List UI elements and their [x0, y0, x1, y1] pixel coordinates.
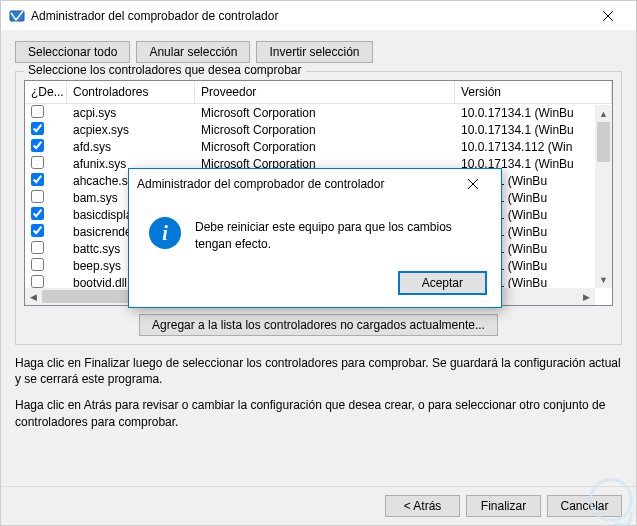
column-header-provider[interactable]: Proveedor — [195, 81, 455, 103]
cell-version: 10.0.17134.1 (WinBu — [455, 123, 612, 137]
add-unloaded-drivers-button[interactable]: Agregar a la lista los controladores no … — [139, 314, 498, 336]
dialog-message: Debe reiniciar este equipo para que los … — [195, 217, 481, 253]
help-text-2: Haga clic en Atrás para revisar o cambia… — [15, 397, 622, 429]
close-icon — [468, 179, 478, 189]
row-checkbox[interactable] — [31, 156, 44, 169]
select-all-button[interactable]: Seleccionar todo — [15, 41, 130, 63]
cell-provider: Microsoft Corporation — [195, 123, 455, 137]
cell-provider: Microsoft Corporation — [195, 106, 455, 120]
titlebar: Administrador del comprobador de control… — [1, 1, 636, 31]
row-checkbox[interactable] — [31, 258, 44, 271]
scroll-right-arrow[interactable]: ▶ — [578, 288, 595, 305]
row-checkbox[interactable] — [31, 122, 44, 135]
back-button[interactable]: < Atrás — [385, 495, 460, 517]
row-checkbox[interactable] — [31, 241, 44, 254]
invert-selection-button[interactable]: Invertir selección — [256, 41, 372, 63]
column-header-checked[interactable]: ¿De... — [25, 81, 67, 103]
table-row[interactable]: acpi.sysMicrosoft Corporation10.0.17134.… — [25, 104, 612, 121]
deselect-button[interactable]: Anular selección — [136, 41, 250, 63]
column-header-driver[interactable]: Controladores — [67, 81, 195, 103]
table-header: ¿De... Controladores Proveedor Versión — [25, 81, 612, 104]
vertical-scrollbar[interactable]: ▲ ▼ — [595, 105, 612, 288]
app-icon — [9, 8, 25, 24]
finish-button[interactable]: Finalizar — [466, 495, 541, 517]
info-icon: i — [149, 217, 181, 249]
cell-driver: acpi.sys — [67, 106, 195, 120]
scroll-up-arrow[interactable]: ▲ — [595, 105, 612, 122]
close-icon — [603, 11, 613, 21]
table-row[interactable]: afd.sysMicrosoft Corporation10.0.17134.1… — [25, 138, 612, 155]
cell-driver: acpiex.sys — [67, 123, 195, 137]
selection-toolbar: Seleccionar todo Anular selección Invert… — [15, 41, 622, 63]
groupbox-label: Seleccione los controladores que desea c… — [24, 63, 306, 77]
row-checkbox[interactable] — [31, 190, 44, 203]
help-text-1: Haga clic en Finalizar luego de seleccio… — [15, 355, 622, 387]
window-close-button[interactable] — [588, 2, 628, 30]
row-checkbox[interactable] — [31, 275, 44, 288]
cell-version: 10.0.17134.112 (Win — [455, 140, 612, 154]
row-checkbox[interactable] — [31, 105, 44, 118]
dialog-close-button[interactable] — [453, 170, 493, 198]
window-title: Administrador del comprobador de control… — [31, 9, 588, 23]
dialog-title: Administrador del comprobador de control… — [137, 177, 453, 191]
restart-dialog: Administrador del comprobador de control… — [128, 168, 502, 308]
dialog-ok-button[interactable]: Aceptar — [398, 271, 487, 295]
row-checkbox[interactable] — [31, 207, 44, 220]
cell-provider: Microsoft Corporation — [195, 140, 455, 154]
table-row[interactable]: acpiex.sysMicrosoft Corporation10.0.1713… — [25, 121, 612, 138]
cell-driver: afd.sys — [67, 140, 195, 154]
row-checkbox[interactable] — [31, 173, 44, 186]
wizard-footer: < Atrás Finalizar Cancelar — [1, 486, 636, 525]
row-checkbox[interactable] — [31, 224, 44, 237]
scroll-left-arrow[interactable]: ◀ — [25, 288, 42, 305]
scroll-thumb-vertical[interactable] — [597, 122, 610, 162]
dialog-titlebar: Administrador del comprobador de control… — [129, 169, 501, 199]
row-checkbox[interactable] — [31, 139, 44, 152]
scroll-down-arrow[interactable]: ▼ — [595, 271, 612, 288]
watermark-icon — [589, 478, 633, 522]
cell-version: 10.0.17134.1 (WinBu — [455, 106, 612, 120]
column-header-version[interactable]: Versión — [455, 81, 612, 103]
